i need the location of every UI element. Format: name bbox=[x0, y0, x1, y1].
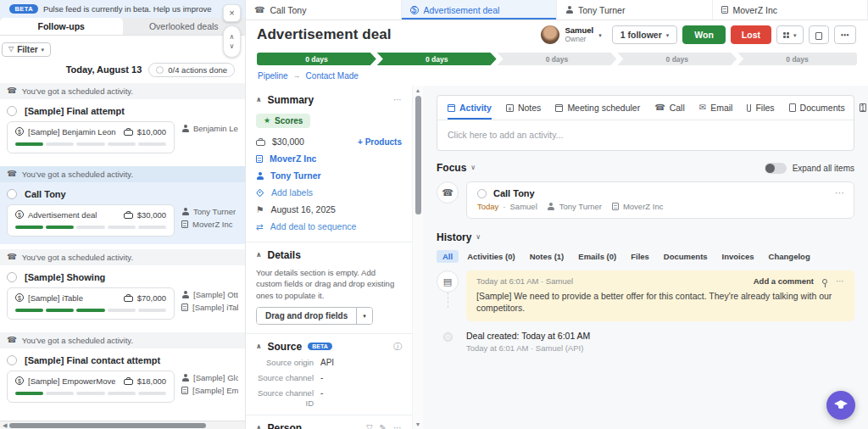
horizontal-scrollbar[interactable]: ◀ bbox=[0, 421, 245, 429]
chip-documents[interactable]: Documents bbox=[658, 250, 714, 263]
add-sequence-link[interactable]: Add deal to sequence bbox=[270, 221, 357, 231]
linked-person[interactable]: [Sample] Otto Miller bbox=[193, 290, 238, 299]
funnel-icon[interactable]: ▽ bbox=[366, 424, 373, 429]
activity-person[interactable]: Tony Turner bbox=[559, 202, 602, 211]
more-actions-button[interactable]: ⋯ bbox=[834, 25, 857, 44]
tab-activity[interactable]: Activity bbox=[448, 96, 492, 120]
chip-files[interactable]: Files bbox=[625, 250, 655, 263]
activity-card[interactable]: Call Tony Today · Samuel Tony Turner Mov… bbox=[466, 181, 854, 219]
tab-tony-turner[interactable]: Tony Turner bbox=[557, 0, 713, 20]
followers-button[interactable]: 1 follower ▾ bbox=[612, 25, 678, 44]
tab-notes[interactable]: Notes bbox=[506, 96, 541, 120]
deal-card[interactable]: [Sample] Benjamin Leon $10,000 bbox=[7, 121, 175, 153]
scroll-up-icon[interactable]: ▲ bbox=[415, 87, 421, 93]
tab-meeting-scheduler[interactable]: Meeting scheduler bbox=[555, 96, 640, 120]
activity-checkbox[interactable] bbox=[7, 355, 17, 365]
summary-section-header[interactable]: ∧ Summary ⋯ bbox=[256, 87, 402, 111]
tab-advertisement-deal[interactable]: Advertisement deal bbox=[402, 0, 558, 20]
pipeline-stage[interactable]: 0 days bbox=[377, 53, 497, 65]
note-card[interactable]: Today at 6:01 AM · Samuel Add a comment … bbox=[466, 270, 854, 321]
tab-follow-ups[interactable]: Follow-ups bbox=[0, 18, 123, 35]
owner-selector[interactable]: Samuel Owner ▾ bbox=[541, 25, 601, 44]
breadcrumb-pipeline[interactable]: Pipeline bbox=[258, 71, 288, 81]
deal-card[interactable]: [Sample] EmpowerMove $18,000 bbox=[7, 370, 175, 403]
activity-title[interactable]: [Sample] Final contact attempt bbox=[25, 355, 160, 365]
activity-title[interactable]: [Sample] Final attempt bbox=[25, 106, 125, 116]
chip-all[interactable]: All bbox=[437, 250, 459, 263]
pipeline-stage[interactable]: 0 days bbox=[498, 53, 617, 65]
activity-title[interactable]: [Sample] Showing bbox=[25, 272, 105, 282]
linked-person[interactable]: Benjamin Leon bbox=[193, 124, 238, 133]
labels-row[interactable]: Add labels bbox=[256, 184, 402, 201]
chevron-down-icon[interactable]: ∨ bbox=[476, 234, 481, 241]
tab-documents[interactable]: Documents bbox=[789, 96, 845, 120]
activity-checkbox[interactable] bbox=[477, 189, 487, 198]
chip-changelog[interactable]: Changelog bbox=[763, 250, 816, 263]
chevron-down-icon[interactable]: ∨ bbox=[470, 164, 476, 171]
scroll-down-icon[interactable]: ▼ bbox=[415, 421, 421, 427]
pipeline-stage[interactable]: 0 days bbox=[737, 53, 857, 65]
scroll-left-icon[interactable]: ◀ bbox=[3, 422, 7, 428]
ellipsis-icon[interactable]: ⋯ bbox=[393, 96, 402, 104]
organization-row[interactable]: MoverZ Inc bbox=[256, 150, 402, 167]
scrollbar-thumb[interactable] bbox=[9, 423, 206, 428]
close-panel-button[interactable]: × bbox=[223, 4, 241, 22]
ellipsis-icon[interactable]: ⋯ bbox=[836, 277, 844, 286]
add-products-link[interactable]: + Products bbox=[358, 137, 402, 147]
linked-person[interactable]: [Sample] Gloria Quinn bbox=[193, 373, 238, 382]
tab-moverz-inc[interactable]: MoverZ Inc bbox=[713, 0, 868, 20]
chip-activities[interactable]: Activities (0) bbox=[461, 250, 521, 263]
linked-org[interactable]: [Sample] EmpowerMove bbox=[192, 386, 238, 395]
chip-emails[interactable]: Emails (0) bbox=[572, 250, 622, 263]
activity-checkbox[interactable] bbox=[7, 272, 17, 282]
chevron-up-icon[interactable]: ∧ bbox=[230, 34, 235, 41]
learning-center-button[interactable] bbox=[826, 391, 855, 420]
tab-email[interactable]: ✉Email bbox=[699, 96, 733, 120]
vertical-scrollbar[interactable]: ▲ ▼ bbox=[412, 86, 423, 429]
sequence-row[interactable]: ⇄ Add deal to sequence bbox=[256, 218, 402, 235]
deal-card[interactable]: Advertisement deal $30,000 bbox=[7, 204, 175, 237]
scores-badge[interactable]: ★ Scores bbox=[256, 114, 310, 128]
linked-org[interactable]: [Sample] iTable bbox=[192, 303, 238, 312]
edit-icon[interactable]: ✎ bbox=[380, 424, 387, 429]
activity-checkbox[interactable] bbox=[7, 189, 17, 199]
person-section-header[interactable]: ∧ Person ▽ ✎ ⋯ bbox=[256, 415, 402, 429]
panel-scroll-buttons[interactable]: ∧ ∨ bbox=[223, 25, 241, 58]
add-labels-link[interactable]: Add labels bbox=[271, 187, 313, 198]
activity-title[interactable]: Call Tony bbox=[25, 189, 66, 199]
chevron-down-icon[interactable]: ∨ bbox=[230, 43, 235, 50]
filter-button[interactable]: ▽ Filter ▾ bbox=[2, 42, 51, 57]
duplicate-button[interactable] bbox=[809, 25, 829, 44]
chip-invoices[interactable]: Invoices bbox=[716, 250, 760, 263]
person-row[interactable]: Tony Turner bbox=[256, 167, 402, 184]
activity-org[interactable]: MoverZ Inc bbox=[623, 202, 664, 211]
focus-title[interactable]: Focus bbox=[437, 162, 466, 174]
ellipsis-icon[interactable]: ⋯ bbox=[835, 188, 844, 198]
tab-call[interactable]: ☎Call bbox=[654, 96, 685, 120]
drag-drop-label[interactable]: Drag and drop fields bbox=[257, 308, 356, 324]
info-icon[interactable]: ⓘ bbox=[393, 343, 402, 351]
add-activity-input[interactable]: Click here to add an activity... bbox=[437, 120, 854, 150]
ellipsis-icon[interactable]: ⋯ bbox=[393, 424, 402, 429]
linked-org[interactable]: MoverZ Inc bbox=[192, 220, 233, 229]
history-title[interactable]: History bbox=[437, 231, 471, 243]
pipeline-stage[interactable]: 0 days bbox=[257, 53, 376, 65]
add-comment-link[interactable]: Add a comment bbox=[754, 276, 814, 286]
won-button[interactable]: Won bbox=[682, 25, 726, 44]
actions-done-pill[interactable]: 0/4 actions done bbox=[148, 63, 235, 77]
expand-all-toggle[interactable] bbox=[765, 163, 787, 174]
person-link[interactable]: Tony Turner bbox=[270, 170, 321, 181]
tab-files[interactable]: Files bbox=[747, 96, 774, 120]
chip-notes[interactable]: Notes (1) bbox=[524, 250, 570, 263]
organization-link[interactable]: MoverZ Inc bbox=[270, 153, 316, 164]
breadcrumb-stage[interactable]: Contact Made bbox=[306, 71, 359, 81]
drag-drop-fields-button[interactable]: Drag and drop fields ▾ bbox=[256, 307, 373, 325]
pipeline-stage[interactable]: 0 days bbox=[617, 53, 737, 65]
caret-down-icon[interactable]: ▾ bbox=[363, 313, 366, 319]
activity-checkbox[interactable] bbox=[7, 106, 17, 116]
pin-icon[interactable] bbox=[822, 279, 827, 284]
layout-options-button[interactable]: ▾ bbox=[776, 25, 804, 44]
tab-invoice[interactable]: Invoice bbox=[860, 96, 868, 120]
lost-button[interactable]: Lost bbox=[731, 25, 771, 44]
expected-close-row[interactable]: ⚑ August 16, 2025 bbox=[256, 201, 402, 218]
